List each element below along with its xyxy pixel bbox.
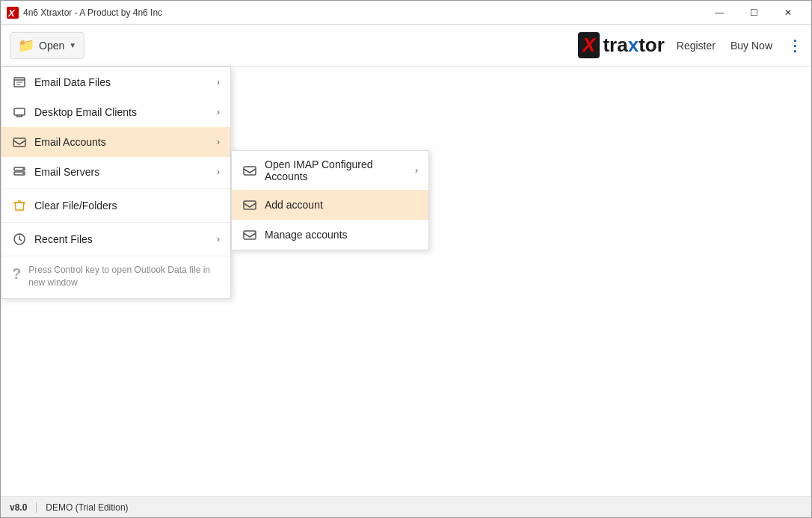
desktop-email-clients-icon [12, 105, 27, 120]
menu-item-clear-file-folders[interactable]: Clear File/Folders [1, 191, 230, 221]
menu-divider-2 [1, 222, 230, 223]
menu-item-email-accounts-label: Email Accounts [34, 136, 209, 148]
status-version: v8.0 [10, 502, 27, 513]
svg-text:X: X [7, 7, 16, 19]
logo-text: traxtor [603, 34, 664, 57]
menu-item-recent-files[interactable]: Recent Files › [1, 224, 230, 254]
menu-item-email-data-files-label: Email Data Files [34, 76, 209, 88]
menu-divider-3 [1, 256, 230, 256]
menu-item-recent-files-label: Recent Files [34, 233, 209, 245]
menu-item-desktop-email-clients-label: Desktop Email Clients [34, 106, 209, 118]
open-imap-arrow: › [415, 165, 418, 176]
email-servers-icon [12, 164, 27, 179]
help-icon: ? [12, 265, 21, 283]
status-separator [36, 502, 37, 513]
toolbar-nav: Register Buy Now ⋮ [677, 37, 802, 55]
svg-rect-4 [13, 138, 25, 147]
open-dropdown-menu: Email Data Files › Desktop Email Clients… [1, 67, 231, 299]
title-bar-controls: — ☐ ✕ [702, 1, 805, 25]
email-accounts-submenu: Open IMAP Configured Accounts › Add acco… [231, 150, 429, 250]
folder-icon: 📁 [18, 37, 34, 54]
menu-item-email-servers-arrow: › [217, 167, 220, 177]
maximize-button[interactable]: ☐ [736, 1, 771, 25]
menu-item-email-accounts[interactable]: Email Accounts › [1, 127, 230, 157]
svg-rect-11 [244, 201, 256, 209]
menu-help-section: ? Press Control key to open Outlook Data… [1, 258, 230, 298]
menu-item-desktop-clients-arrow: › [217, 107, 220, 117]
title-bar-text: 4n6 Xtraxtor - A Product by 4n6 Inc [23, 7, 702, 18]
svg-point-8 [22, 173, 24, 174]
svg-point-7 [22, 168, 24, 170]
svg-rect-3 [14, 108, 25, 115]
register-button[interactable]: Register [677, 40, 716, 52]
status-bar: v8.0 DEMO (Trial Edition) [1, 496, 811, 517]
menu-item-email-servers-label: Email Servers [34, 166, 209, 178]
logo-x-red: X [582, 34, 595, 56]
clear-file-folders-icon [12, 198, 27, 213]
minimize-button[interactable]: — [702, 1, 736, 25]
submenu-item-open-imap[interactable]: Open IMAP Configured Accounts › [232, 151, 428, 190]
menu-item-recent-files-arrow: › [217, 234, 220, 244]
close-button[interactable]: ✕ [771, 1, 805, 25]
open-imap-icon [242, 163, 257, 178]
main-content: Email Data Files › Desktop Email Clients… [1, 67, 811, 498]
email-accounts-icon [12, 135, 27, 149]
add-account-label: Add account [265, 199, 418, 211]
open-label: Open [39, 40, 64, 52]
recent-files-icon [12, 232, 27, 247]
submenu-item-manage-accounts[interactable]: Manage accounts [232, 220, 428, 250]
menu-item-email-data-files[interactable]: Email Data Files › [1, 67, 230, 97]
app-logo: X traxtor [578, 32, 665, 58]
submenu-item-add-account[interactable]: Add account [232, 190, 428, 220]
menu-divider-1 [1, 188, 230, 189]
buy-now-button[interactable]: Buy Now [731, 40, 772, 52]
logo-x-blue: x [628, 34, 639, 56]
add-account-icon [242, 197, 257, 212]
menu-help-text: Press Control key to open Outlook Data f… [28, 264, 220, 289]
app-icon: X [7, 7, 19, 19]
open-chevron-icon: ▼ [69, 41, 76, 49]
svg-rect-10 [244, 167, 256, 175]
title-bar: X 4n6 Xtraxtor - A Product by 4n6 Inc — … [1, 1, 811, 25]
toolbar: 📁 Open ▼ X traxtor Register Buy Now ⋮ [1, 25, 811, 67]
manage-accounts-label: Manage accounts [265, 229, 418, 241]
email-data-files-icon [12, 75, 27, 90]
svg-rect-12 [244, 231, 256, 239]
menu-item-desktop-email-clients[interactable]: Desktop Email Clients › [1, 97, 230, 127]
manage-accounts-icon [242, 227, 257, 242]
menu-item-email-accounts-arrow: › [217, 137, 220, 147]
more-menu-icon[interactable]: ⋮ [787, 37, 802, 55]
menu-item-clear-label: Clear File/Folders [34, 200, 220, 212]
status-demo: DEMO (Trial Edition) [46, 502, 128, 513]
logo-x-badge: X [578, 32, 600, 58]
menu-item-email-servers[interactable]: Email Servers › [1, 157, 230, 187]
open-imap-label: Open IMAP Configured Accounts [265, 158, 407, 182]
open-button[interactable]: 📁 Open ▼ [10, 32, 84, 59]
menu-item-email-data-files-arrow: › [217, 77, 220, 87]
